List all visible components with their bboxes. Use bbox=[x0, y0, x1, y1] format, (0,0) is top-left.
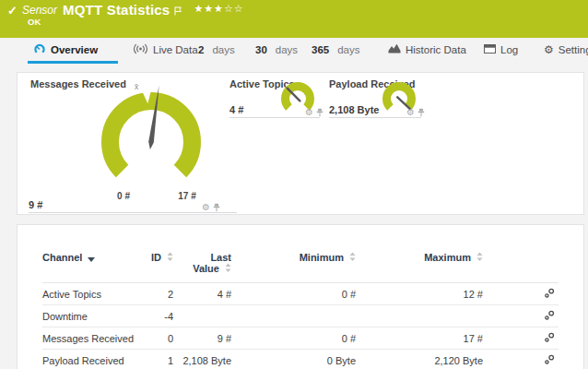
column-header-channel[interactable]: Channel bbox=[42, 252, 148, 283]
sensor-header: ✓ Sensor MQTT Statistics ★★★☆☆ OK bbox=[0, 0, 588, 38]
channel-name: Payload Received bbox=[42, 350, 148, 369]
tab-live-data[interactable]: Live Data bbox=[133, 38, 198, 61]
pin-icon[interactable] bbox=[316, 108, 323, 117]
payload-gauge-actions: ⚙ bbox=[406, 108, 425, 117]
tab-settings[interactable]: ⚙ Settings bbox=[544, 38, 588, 61]
table-row: Downtime -4 bbox=[42, 305, 559, 327]
tab-log-label: Log bbox=[500, 44, 518, 55]
channel-id: 0 bbox=[148, 327, 173, 350]
sort-both-icon bbox=[349, 252, 356, 264]
channel-settings-icon[interactable] bbox=[544, 354, 555, 365]
channel-id: 2 bbox=[148, 283, 173, 305]
column-header-maximum[interactable]: Maximum bbox=[356, 252, 483, 283]
table-row: Active Topics 2 4 # 0 # 12 # bbox=[42, 283, 559, 305]
sort-desc-icon bbox=[88, 253, 95, 264]
area-chart-icon bbox=[388, 43, 401, 55]
channel-maximum bbox=[356, 305, 483, 327]
sort-both-icon bbox=[225, 263, 231, 275]
sort-both-icon bbox=[167, 252, 173, 264]
channel-minimum: 0 # bbox=[231, 283, 356, 305]
pin-icon[interactable] bbox=[213, 203, 220, 212]
tab-2-days-label: days bbox=[212, 44, 234, 55]
column-header-id[interactable]: ID bbox=[148, 252, 173, 283]
channels-table: Channel ID Last Value bbox=[42, 252, 559, 369]
tab-2-days[interactable]: 2days bbox=[198, 38, 235, 61]
channel-name: Active Topics bbox=[42, 283, 148, 305]
channel-last-value bbox=[173, 305, 231, 327]
channel-settings-icon[interactable] bbox=[544, 332, 555, 343]
channel-minimum: 0 Byte bbox=[231, 350, 356, 369]
stars-empty[interactable]: ☆☆ bbox=[224, 3, 244, 14]
tab-live-data-label: Live Data bbox=[153, 44, 198, 55]
sort-both-icon bbox=[476, 252, 483, 264]
gauge-cell-divider bbox=[29, 212, 237, 213]
tab-settings-label: Settings bbox=[559, 44, 588, 55]
column-header-minimum[interactable]: Minimum bbox=[231, 252, 356, 283]
flag-icon[interactable] bbox=[174, 3, 182, 19]
priority-star-rating[interactable]: ★★★☆☆ bbox=[194, 2, 243, 15]
page-title: MQTT Statistics bbox=[63, 2, 170, 18]
tab-365-days-label: days bbox=[337, 44, 359, 55]
channel-minimum bbox=[231, 305, 356, 327]
gauge-cell-divider bbox=[329, 117, 421, 118]
column-header-last-value[interactable]: Last Value bbox=[173, 252, 231, 283]
average-marker-label: x̄ bbox=[135, 82, 139, 91]
gauge-settings-gear-icon[interactable]: ⚙ bbox=[305, 108, 313, 117]
payload-gauge-value: 2,108 Byte bbox=[329, 104, 379, 115]
gauge-cell-divider bbox=[229, 117, 320, 118]
channel-id: -4 bbox=[148, 305, 173, 327]
active-tab-indicator bbox=[28, 61, 118, 64]
channel-settings-icon[interactable] bbox=[544, 288, 555, 299]
active-topics-gauge-value: 4 # bbox=[229, 104, 243, 115]
primary-gauge: x̄ bbox=[82, 81, 220, 206]
tab-overview-label: Overview bbox=[51, 44, 98, 55]
tab-historic-data[interactable]: Historic Data bbox=[388, 38, 466, 61]
channel-last-value: 4 # bbox=[173, 283, 231, 305]
table-row: Messages Received 0 9 # 0 # 17 # bbox=[42, 327, 559, 350]
table-header-row: Channel ID Last Value bbox=[42, 252, 559, 283]
table-row: Payload Received 1 2,108 Byte 0 Byte 2,1… bbox=[42, 350, 559, 369]
tab-30-days-number: 30 bbox=[255, 44, 267, 55]
gear-icon: ⚙ bbox=[544, 44, 554, 55]
live-signal-icon bbox=[133, 43, 148, 56]
tab-historic-data-label: Historic Data bbox=[406, 44, 466, 55]
channel-id: 1 bbox=[148, 350, 173, 369]
channel-maximum: 12 # bbox=[356, 283, 483, 305]
tab-2-days-number: 2 bbox=[198, 44, 204, 55]
prtg-sensor-page: ✓ Sensor MQTT Statistics ★★★☆☆ OK Overvi… bbox=[0, 0, 588, 369]
tab-overview[interactable]: Overview bbox=[33, 38, 98, 61]
object-type-label: Sensor bbox=[22, 2, 57, 17]
channels-table-panel: Channel ID Last Value bbox=[17, 224, 584, 369]
primary-gauge-max-label: 17 # bbox=[167, 191, 207, 201]
gauge-icon bbox=[33, 43, 46, 56]
status-badge: OK bbox=[28, 17, 41, 27]
channel-maximum: 17 # bbox=[356, 327, 483, 350]
status-check-icon: ✓ bbox=[7, 4, 18, 18]
channel-name: Downtime bbox=[42, 305, 148, 327]
channel-name: Messages Received bbox=[42, 327, 148, 350]
pin-icon[interactable] bbox=[417, 108, 425, 117]
channel-maximum: 2,120 Byte bbox=[356, 350, 483, 369]
primary-gauge-value: 9 # bbox=[29, 199, 42, 210]
overview-gauges-panel: Messages Received x̄ 0 # 17 # 9 # ⚙ Acti… bbox=[17, 72, 584, 215]
channel-settings-icon[interactable] bbox=[544, 310, 555, 321]
primary-gauge-min-label: 0 # bbox=[103, 191, 144, 201]
gauge-settings-gear-icon[interactable]: ⚙ bbox=[406, 108, 415, 117]
tab-30-days[interactable]: 30days bbox=[255, 38, 298, 61]
tab-bar: Overview Live Data 2days 30days 365days bbox=[0, 38, 588, 65]
tab-365-days[interactable]: 365days bbox=[312, 38, 359, 61]
gauge-settings-gear-icon[interactable]: ⚙ bbox=[202, 203, 210, 212]
active-topics-gauge-actions: ⚙ bbox=[305, 108, 323, 117]
stars-filled[interactable]: ★★★ bbox=[194, 3, 224, 14]
channel-last-value: 9 # bbox=[173, 327, 231, 350]
tab-30-days-label: days bbox=[276, 44, 298, 55]
primary-gauge-actions: ⚙ bbox=[202, 203, 220, 212]
channel-last-value: 2,108 Byte bbox=[173, 350, 231, 369]
column-header-actions bbox=[483, 252, 559, 283]
log-window-icon bbox=[484, 44, 496, 55]
tab-log[interactable]: Log bbox=[484, 38, 518, 61]
tab-365-days-number: 365 bbox=[312, 44, 329, 55]
channel-minimum: 0 # bbox=[231, 327, 356, 350]
